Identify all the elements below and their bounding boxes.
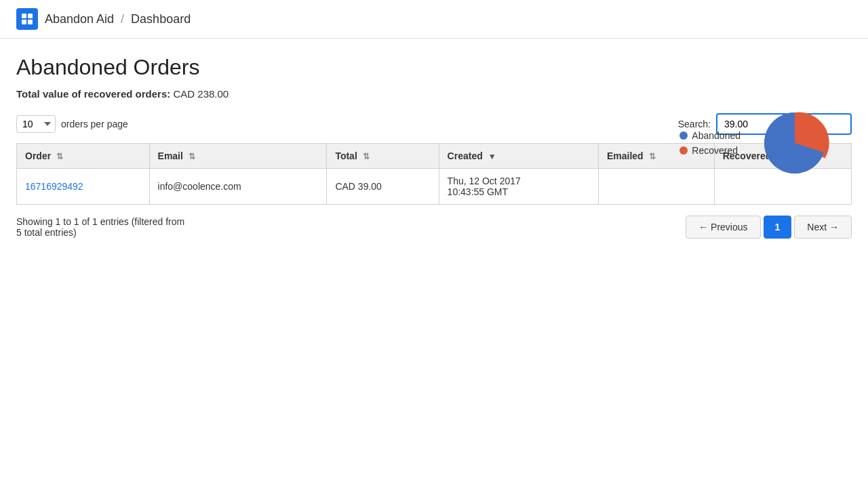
col-created[interactable]: Created ▼ xyxy=(439,144,598,169)
order-sort-icon: ⇅ xyxy=(56,152,63,161)
col-email[interactable]: Email ⇅ xyxy=(149,144,327,169)
svg-rect-0 xyxy=(22,14,26,18)
cell-created: Thu, 12 Oct 2017 10:43:55 GMT xyxy=(439,169,598,205)
pie-chart xyxy=(754,102,835,184)
abandoned-dot xyxy=(679,131,688,140)
svg-rect-3 xyxy=(28,20,33,24)
page-name: Dashboard xyxy=(131,12,191,26)
entries-info: Showing 1 to 1 of 1 entries (filtered fr… xyxy=(16,216,184,238)
app-logo xyxy=(16,8,38,30)
col-total[interactable]: Total ⇅ xyxy=(327,144,439,169)
emailed-sort-icon: ⇅ xyxy=(649,152,656,161)
total-label: Total value of recovered orders: xyxy=(16,88,170,100)
breadcrumb-separator: / xyxy=(121,12,124,26)
col-order[interactable]: Order ⇅ xyxy=(17,144,150,169)
recovered-label: Recovered xyxy=(692,145,738,156)
chart-area: Abandoned Recovered xyxy=(679,102,835,184)
abandoned-label: Abandoned xyxy=(692,130,741,141)
total-amount: CAD 238.00 xyxy=(173,88,229,100)
total-value-line: Total value of recovered orders: CAD 238… xyxy=(16,88,852,100)
legend-recovered: Recovered xyxy=(679,145,741,156)
order-link[interactable]: 16716929492 xyxy=(25,181,83,192)
per-page-label: orders per page xyxy=(61,119,128,129)
recovered-dot xyxy=(679,146,688,155)
main-content: Abandoned Recovered xyxy=(0,39,868,488)
svg-rect-2 xyxy=(22,20,26,24)
cell-email: info@coolence.com xyxy=(149,169,327,205)
chart-legend: Abandoned Recovered xyxy=(679,130,741,156)
per-page-wrap: 10 25 50 100 orders per page xyxy=(16,115,128,133)
next-button[interactable]: Next → xyxy=(794,216,852,239)
pagination-row: Showing 1 to 1 of 1 entries (filtered fr… xyxy=(16,216,852,239)
app-name: Abandon Aid xyxy=(45,12,114,26)
total-sort-icon: ⇅ xyxy=(363,152,370,161)
cell-total: CAD 39.00 xyxy=(327,169,439,205)
cell-order: 16716929492 xyxy=(17,169,150,205)
page-title: Abandoned Orders xyxy=(16,55,852,80)
pagination-buttons: ← Previous 1 Next → xyxy=(686,216,852,239)
topbar: Abandon Aid / Dashboard xyxy=(0,0,868,39)
created-sort-icon: ▼ xyxy=(488,152,496,161)
email-sort-icon: ⇅ xyxy=(189,152,195,161)
legend-abandoned: Abandoned xyxy=(679,130,741,141)
page-1-button[interactable]: 1 xyxy=(764,216,792,239)
svg-rect-1 xyxy=(28,14,33,18)
per-page-select[interactable]: 10 25 50 100 xyxy=(16,115,56,133)
prev-button[interactable]: ← Previous xyxy=(686,216,760,239)
